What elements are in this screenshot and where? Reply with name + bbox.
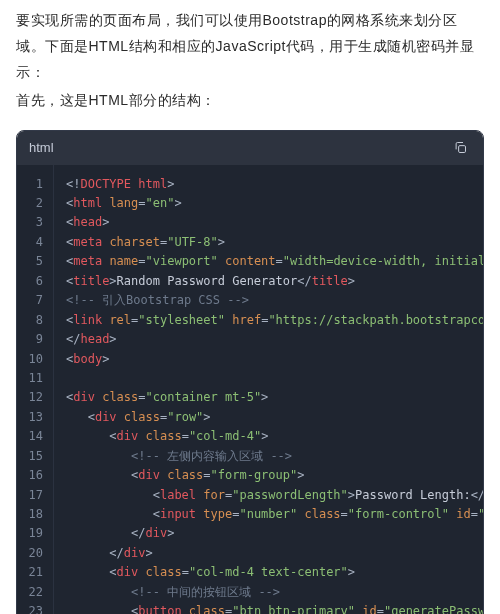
- code-line: <button class="btn btn-primary" id="gene…: [66, 602, 483, 614]
- code-line: <div class="container mt-5">: [66, 388, 483, 407]
- intro-paragraph-1: 要实现所需的页面布局，我们可以使用Bootstrap的网格系统来划分区域。下面是…: [16, 8, 484, 86]
- copy-button[interactable]: [449, 137, 471, 159]
- code-line: <link rel="stylesheet" href="https://sta…: [66, 311, 483, 330]
- code-line: [66, 369, 483, 388]
- code-line: <!-- 中间的按钮区域 -->: [66, 583, 483, 602]
- svg-rect-0: [458, 146, 465, 153]
- code-line: <div class="form-group">: [66, 466, 483, 485]
- intro-paragraph-2: 首先，这是HTML部分的结构：: [16, 88, 484, 114]
- code-area[interactable]: 1234567891011121314151617181920212223242…: [17, 165, 483, 614]
- line-number: 13: [25, 408, 43, 427]
- code-lines: <!DOCTYPE html><html lang="en"><head><me…: [54, 165, 483, 614]
- line-number: 20: [25, 544, 43, 563]
- line-number: 21: [25, 563, 43, 582]
- code-line: <head>: [66, 213, 483, 232]
- code-language-label: html: [29, 140, 54, 155]
- line-number: 14: [25, 427, 43, 446]
- code-line: <title>Random Password Generator</title>: [66, 272, 483, 291]
- code-line: <meta charset="UTF-8">: [66, 233, 483, 252]
- code-line: <!-- 左侧内容输入区域 -->: [66, 447, 483, 466]
- code-line: <html lang="en">: [66, 194, 483, 213]
- line-number: 18: [25, 505, 43, 524]
- code-line: </div>: [66, 524, 483, 543]
- line-number: 6: [25, 272, 43, 291]
- line-number: 23: [25, 602, 43, 614]
- line-number: 8: [25, 311, 43, 330]
- code-line: <input type="number" class="form-control…: [66, 505, 483, 524]
- line-number: 15: [25, 447, 43, 466]
- line-number: 19: [25, 524, 43, 543]
- code-line: <!-- 引入Bootstrap CSS -->: [66, 291, 483, 310]
- line-number: 5: [25, 252, 43, 271]
- line-number: 1: [25, 175, 43, 194]
- line-number: 4: [25, 233, 43, 252]
- copy-icon: [453, 140, 468, 155]
- code-line: <!DOCTYPE html>: [66, 175, 483, 194]
- code-line: <label for="passwordLength">Password Len…: [66, 486, 483, 505]
- code-line: </div>: [66, 544, 483, 563]
- code-block-header: html: [17, 131, 483, 165]
- line-number: 7: [25, 291, 43, 310]
- line-number: 3: [25, 213, 43, 232]
- line-number: 11: [25, 369, 43, 388]
- code-line: </head>: [66, 330, 483, 349]
- code-line: <body>: [66, 350, 483, 369]
- line-number: 12: [25, 388, 43, 407]
- line-number: 9: [25, 330, 43, 349]
- line-number: 2: [25, 194, 43, 213]
- line-number-gutter: 1234567891011121314151617181920212223242…: [17, 165, 54, 614]
- intro-text: 要实现所需的页面布局，我们可以使用Bootstrap的网格系统来划分区域。下面是…: [0, 0, 500, 118]
- code-line: <meta name="viewport" content="width=dev…: [66, 252, 483, 271]
- code-line: <div class="col-md-4 text-center">: [66, 563, 483, 582]
- line-number: 22: [25, 583, 43, 602]
- line-number: 17: [25, 486, 43, 505]
- code-block: html 12345678910111213141516171819202122…: [16, 130, 484, 614]
- line-number: 10: [25, 350, 43, 369]
- code-line: <div class="col-md-4">: [66, 427, 483, 446]
- code-line: <div class="row">: [66, 408, 483, 427]
- line-number: 16: [25, 466, 43, 485]
